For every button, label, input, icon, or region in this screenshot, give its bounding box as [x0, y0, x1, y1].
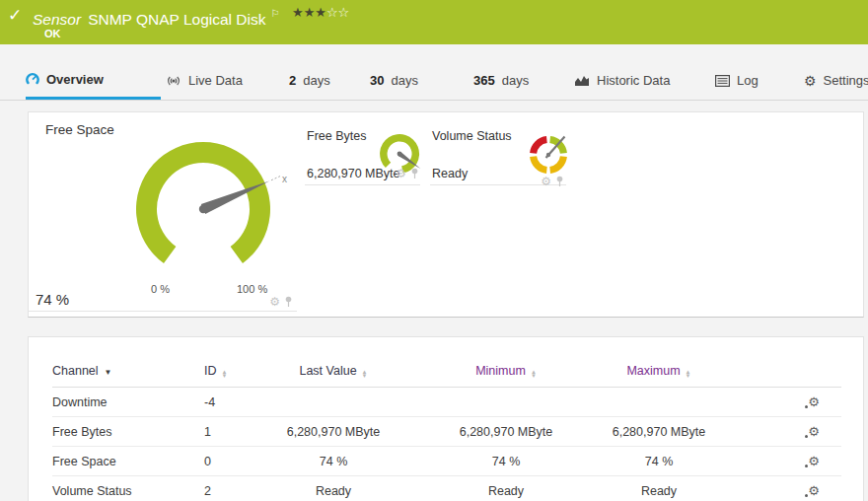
table-row: Downtime -4 ⚙: [52, 388, 841, 417]
tab-2-days[interactable]: 2 days: [289, 61, 330, 100]
live-data-icon: [166, 74, 181, 88]
log-icon: [715, 75, 730, 87]
historic-data-icon: [574, 74, 590, 87]
pin-icon[interactable]: [410, 168, 419, 179]
tab-2-days-number: 2: [289, 73, 296, 88]
page-title: SNMP QNAP Logical Disk: [88, 11, 265, 28]
gauge-icon: [26, 72, 39, 86]
sort-icon: ▲▼: [222, 370, 228, 378]
free-space-gauge-panel: Free Space x 74 % 0 % 100 % ⚙: [29, 112, 297, 312]
tab-365-days-label: days: [502, 73, 529, 88]
channel-id: 2: [190, 476, 250, 501]
column-header-actions: [723, 337, 841, 388]
volume-status-title: Volume Status: [432, 129, 512, 143]
channel-maximum: 6,280,970 MByte: [595, 417, 723, 447]
volume-status-gauge: [527, 133, 570, 177]
tab-bar: Overview Live Data 2 days 30 days 365 da…: [0, 61, 868, 101]
sensor-kind-label: Sensor: [33, 11, 81, 28]
channel-settings-icon[interactable]: ⚙: [808, 455, 820, 467]
channel-minimum: Ready: [417, 476, 595, 501]
sensor-title-line: SensorSNMP QNAP Logical Disk⚐: [33, 8, 279, 29]
panel-actions: ⚙: [269, 296, 293, 308]
sort-desc-icon: ▼: [105, 368, 112, 377]
tab-historic-data[interactable]: Historic Data: [574, 61, 670, 100]
priority-flag-icon[interactable]: ⚐: [270, 8, 279, 19]
tab-2-days-label: days: [303, 73, 329, 88]
channel-last-value: 74 %: [250, 447, 417, 476]
sensor-header: ✓ SensorSNMP QNAP Logical Disk⚐ ★★★☆☆ OK: [0, 0, 868, 44]
channel-minimum: 74 %: [417, 447, 595, 476]
tab-live-data-label: Live Data: [188, 73, 243, 88]
channel-maximum: [595, 388, 723, 417]
table-header-row: Channel▼ ID▲▼ Last Value▲▼ Minimum▲▼ Max…: [52, 337, 841, 388]
gauge-max-label: 100 %: [237, 283, 267, 295]
channel-settings-icon[interactable]: ⚙: [808, 484, 820, 497]
tab-log[interactable]: Log: [715, 61, 759, 100]
channel-last-value: Ready: [250, 476, 417, 501]
volume-status-value: Ready: [432, 167, 468, 180]
sort-icon: ▲▼: [686, 370, 691, 378]
column-header-channel[interactable]: Channel▼: [52, 337, 190, 388]
channel-id: 0: [190, 447, 250, 476]
tab-settings-label: Settings: [824, 73, 868, 88]
gauge-settings-gear-icon[interactable]: ⚙: [269, 296, 280, 308]
gauge-settings-gear-icon[interactable]: ⚙: [541, 176, 551, 187]
channel-last-value: 6,280,970 MByte: [250, 417, 417, 447]
free-bytes-gauge-panel: Free Bytes 6,280,970 MByte ⚙: [305, 120, 420, 185]
channel-last-value: [250, 388, 417, 417]
column-header-minimum[interactable]: Minimum▲▼: [417, 337, 595, 388]
tab-live-data[interactable]: Live Data: [166, 61, 243, 100]
table-row: Volume Status 2 Ready Ready Ready ⚙: [52, 476, 841, 501]
gauge-min-label: 0 %: [151, 283, 170, 295]
sort-icon: ▲▼: [531, 370, 537, 378]
column-header-id[interactable]: ID▲▼: [190, 337, 250, 388]
priority-stars[interactable]: ★★★☆☆: [292, 5, 349, 20]
tab-365-days[interactable]: 365 days: [473, 61, 529, 100]
free-bytes-value: 6,280,970 MByte: [307, 167, 400, 180]
stars-filled[interactable]: ★★★: [292, 5, 326, 20]
channels-table: Channel▼ ID▲▼ Last Value▲▼ Minimum▲▼ Max…: [52, 337, 841, 501]
tab-overview[interactable]: Overview: [26, 61, 161, 100]
status-badge: OK: [44, 28, 61, 39]
tab-historic-data-label: Historic Data: [597, 73, 670, 88]
gear-icon: ⚙: [804, 74, 817, 88]
tab-30-days[interactable]: 30 days: [370, 61, 418, 100]
tab-log-label: Log: [737, 73, 759, 88]
pin-icon[interactable]: [555, 176, 564, 187]
free-space-title: Free Space: [45, 122, 114, 137]
channel-minimum: 6,280,970 MByte: [417, 417, 595, 447]
sort-icon: ▲▼: [362, 370, 368, 378]
channel-id: 1: [190, 417, 250, 447]
gauge-marker-x: x: [282, 174, 287, 184]
channel-maximum: Ready: [595, 476, 723, 501]
channels-table-panel: Channel▼ ID▲▼ Last Value▲▼ Minimum▲▼ Max…: [28, 336, 864, 501]
tab-30-days-label: days: [391, 73, 417, 88]
free-space-gauge: x: [120, 132, 296, 290]
status-ok-check-icon: ✓: [8, 5, 22, 26]
pin-icon[interactable]: [284, 296, 293, 308]
channel-settings-icon[interactable]: ⚙: [808, 425, 820, 438]
channel-maximum: 74 %: [595, 447, 723, 476]
tab-30-days-number: 30: [370, 73, 384, 88]
channel-settings-icon[interactable]: ⚙: [808, 395, 820, 408]
free-bytes-title: Free Bytes: [307, 129, 366, 143]
stars-empty[interactable]: ☆☆: [326, 5, 349, 20]
channel-id: -4: [190, 388, 250, 417]
channel-name: Free Bytes: [52, 417, 190, 447]
channel-name: Downtime: [52, 388, 190, 417]
tab-settings[interactable]: ⚙ Settings: [804, 61, 868, 100]
volume-status-gauge-panel: Volume Status Ready ⚙: [430, 120, 566, 185]
panel-actions: ⚙: [396, 168, 419, 179]
gauges-panel: Free Space x 74 % 0 % 100 % ⚙ Free Bytes…: [28, 111, 864, 318]
column-header-maximum[interactable]: Maximum▲▼: [595, 337, 723, 388]
channel-minimum: [417, 388, 595, 417]
gauge-settings-gear-icon[interactable]: ⚙: [396, 168, 406, 179]
channel-name: Volume Status: [52, 476, 190, 501]
tab-overview-label: Overview: [46, 72, 104, 87]
column-header-last-value[interactable]: Last Value▲▼: [250, 337, 417, 388]
table-row: Free Space 0 74 % 74 % 74 % ⚙: [52, 447, 841, 476]
channel-name: Free Space: [52, 447, 190, 476]
table-row: Free Bytes 1 6,280,970 MByte 6,280,970 M…: [52, 417, 841, 447]
panel-actions: ⚙: [541, 176, 564, 187]
free-space-value: 74 %: [36, 291, 69, 308]
